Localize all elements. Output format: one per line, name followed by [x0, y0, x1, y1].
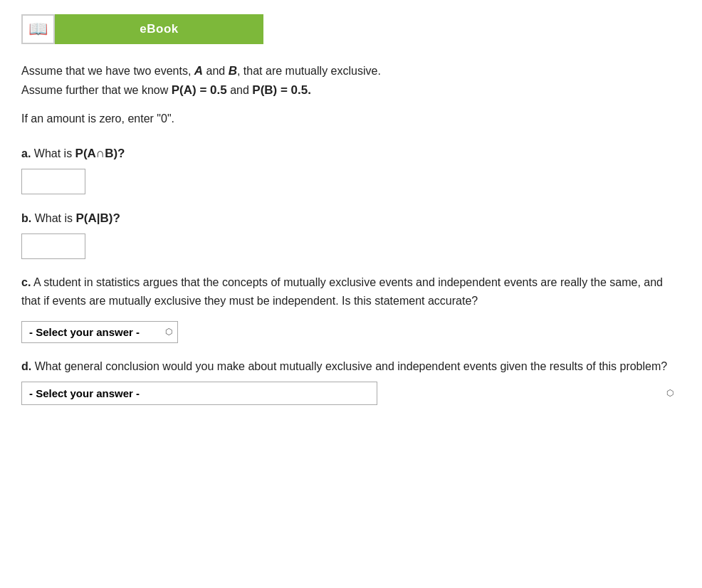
- answer-a-input[interactable]: [21, 169, 85, 194]
- answer-d-select[interactable]: - Select your answer - Mutually exclusiv…: [21, 382, 377, 405]
- pa-formula: P(A) = 0.5: [172, 83, 227, 97]
- answer-b-input[interactable]: [21, 233, 85, 259]
- question-a-text: What is: [34, 147, 75, 159]
- question-b-block: b. What is P(A|B)?: [21, 209, 681, 259]
- ebook-icon-box: 📖: [21, 14, 55, 44]
- question-c-text: c. A student in statistics argues that t…: [21, 273, 681, 311]
- question-d-letter: d.: [21, 360, 31, 372]
- ebook-label: eBook: [140, 22, 178, 36]
- answer-c-select[interactable]: - Select your answer - Yes No: [21, 321, 178, 343]
- question-b-label: b. What is P(A|B)?: [21, 209, 681, 229]
- question-c-block: c. A student in statistics argues that t…: [21, 273, 681, 343]
- question-b-formula: P(A|B)?: [75, 211, 120, 225]
- zero-note: If an amount is zero, enter "0".: [21, 110, 681, 128]
- pb-formula: P(B) = 0.5.: [252, 83, 311, 97]
- ebook-header: 📖 eBook: [21, 14, 263, 44]
- intro-text-1: Assume that we have two events,: [21, 65, 194, 77]
- event-a-letter: A: [194, 64, 203, 78]
- question-a-label: a. What is P(A∩B)?: [21, 144, 681, 164]
- question-a-formula: P(A∩B)?: [75, 147, 125, 160]
- question-c-letter: c.: [21, 276, 31, 288]
- intro-and: and: [203, 65, 229, 77]
- ebook-label-box: eBook: [55, 14, 263, 44]
- intro-and-2: and: [227, 84, 253, 96]
- event-b-letter: B: [229, 64, 237, 78]
- question-b-text: What is: [35, 212, 76, 224]
- question-d-block: d. What general conclusion would you mak…: [21, 357, 681, 405]
- intro-text-end: , that are mutually exclusive.: [237, 65, 381, 77]
- question-d-text: d. What general conclusion would you mak…: [21, 357, 681, 376]
- answer-c-wrapper: - Select your answer - Yes No: [21, 321, 178, 343]
- question-a-letter: a.: [21, 147, 31, 159]
- question-a-block: a. What is P(A∩B)?: [21, 144, 681, 194]
- intro-text-2: Assume further that we know: [21, 84, 172, 96]
- book-icon: 📖: [28, 20, 48, 38]
- problem-intro: Assume that we have two events, A and B,…: [21, 61, 681, 100]
- answer-d-wrapper: - Select your answer - Mutually exclusiv…: [21, 382, 681, 405]
- question-b-letter: b.: [21, 212, 31, 224]
